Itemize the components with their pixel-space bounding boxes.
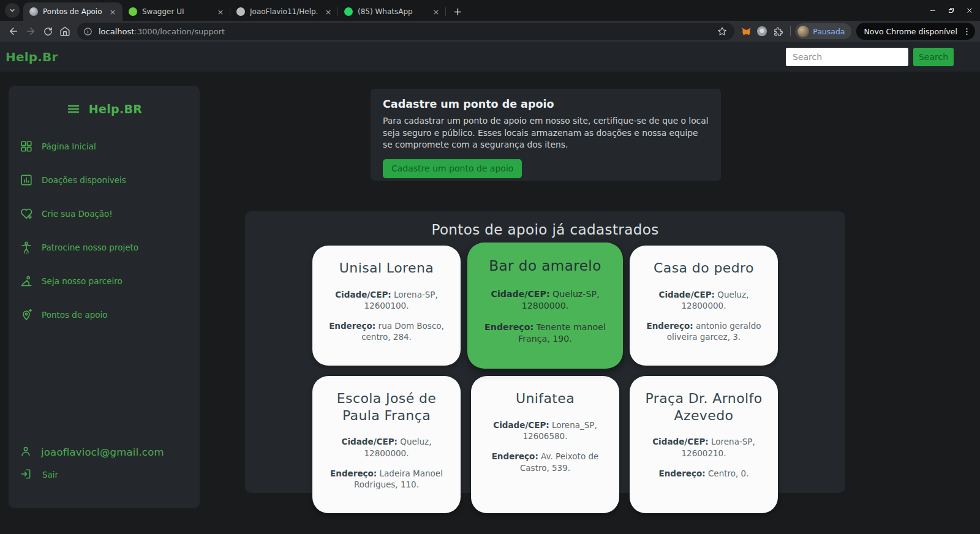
support-point-card-escola-jose[interactable]: Escola José de Paula França Cidade/CEP: … [312,376,461,513]
support-point-name: Casa do pedro [641,260,767,277]
avatar [797,26,809,37]
register-support-point-card: Cadastre um ponto de apoio Para cadastra… [371,89,721,181]
grid-icon [20,140,33,153]
site-info-icon[interactable] [83,27,93,36]
sidebar-account: joaoflaviocl@gmail.com Sair [9,445,200,481]
support-point-city: Cidade/CEP: Queluz, 12800000. [641,289,767,311]
support-point-address: Endereço: Tenente manoel França, 190. [479,321,611,344]
logout-icon [20,468,33,481]
reload-button[interactable] [39,23,56,40]
whatsapp-favicon [344,7,353,16]
tab-swagger-ui[interactable]: Swagger UI × [123,2,230,21]
partner-icon [20,274,33,288]
default-favicon [29,7,38,16]
toolbar-divider [790,26,791,36]
support-point-card-unisal-lorena[interactable]: Unisal Lorena Cidade/CEP: Lorena-SP, 126… [312,246,461,366]
update-label: Novo Chrome disponível [864,27,957,36]
new-tab-button[interactable]: + [450,4,466,20]
chrome-update-button[interactable]: Novo Chrome disponível [856,23,975,40]
github-favicon [236,7,245,16]
menu-kebab-icon[interactable] [962,27,971,36]
extension-icon[interactable] [754,23,770,39]
window-controls [929,0,974,21]
sync-status: Pausada [813,27,845,36]
reload-icon [43,26,53,37]
tab-strip: Pontos de Apoio × Swagger UI × JoaoFlavi… [0,0,980,21]
sidebar-item-pagina-inicial[interactable]: Página Inicial [9,136,200,157]
support-point-city: Cidade/CEP: Lorena-SP, 12600100. [323,289,450,311]
register-support-point-button[interactable]: Cadastre um ponto de apoio [383,159,522,178]
bookmark-star-icon[interactable] [717,26,728,36]
sidebar-item-doacoes-disponiveis[interactable]: Doações disponíveis [9,170,200,190]
support-point-address: Endereço: Ladeira Manoel Rodrigues, 110. [323,468,450,490]
search-input[interactable] [786,48,908,66]
sidebar-item-label: Crie sua Doação! [42,209,113,219]
support-point-card-unifatea[interactable]: Unifatea Cidade/CEP: Lorena_SP, 12606580… [471,376,619,513]
sidebar-item-patrocine[interactable]: Patrocine nosso projeto [9,237,200,258]
sidebar-item-crie-sua-doacao[interactable]: Crie sua Doação! [9,203,200,224]
profile-chip[interactable]: Pausada [795,23,851,39]
site-header: Help.Br Search [0,42,980,72]
browser-toolbar: localhost:3000/location/support Pausada … [0,21,980,42]
tab-title: Pontos de Apoio [43,7,103,16]
user-email: joaoflaviocl@gmail.com [41,446,164,458]
support-point-card-praca-arnolfo[interactable]: Praça Dr. Arnolfo Azevedo Cidade/CEP: Lo… [630,376,778,513]
tab-whatsapp[interactable]: (85) WhatsApp × [338,2,446,21]
url-path: :3000/location/support [134,27,225,36]
page-content: Help.Br Search Help.BR Página Inicial [0,42,980,534]
back-button[interactable] [5,23,22,40]
register-card-title: Cadastre um ponto de apoio [383,98,709,110]
support-point-city: Cidade/CEP: Lorena_SP, 12606580. [482,419,608,442]
hamburger-menu-icon[interactable] [66,102,81,116]
user-email-row: joaoflaviocl@gmail.com [9,445,200,459]
close-window-button[interactable] [965,6,974,15]
support-point-address: Endereço: Av. Peixoto de Castro, 539. [482,451,608,473]
browser-window: Pontos de Apoio × Swagger UI × JoaoFlavi… [0,0,980,534]
forward-button[interactable] [22,23,39,40]
support-point-city: Cidade/CEP: Queluz, 12800000. [323,436,450,458]
support-point-card-casa-do-pedro[interactable]: Casa do pedro Cidade/CEP: Queluz, 128000… [630,246,778,366]
heart-plus-icon [20,207,33,220]
close-tab-icon[interactable]: × [216,7,225,17]
close-tab-icon[interactable]: × [323,7,333,17]
chart-icon [20,173,33,187]
close-tab-icon[interactable]: × [431,7,441,17]
sidebar-item-label: Doações disponíveis [42,175,126,185]
person-arms-out-icon [20,241,33,254]
tab-title: Swagger UI [142,7,211,16]
minimize-button[interactable] [929,6,937,15]
sidebar-header: Help.BR [9,102,200,116]
tab-search-button[interactable] [5,3,20,18]
home-icon [59,26,70,37]
tab-github-repo[interactable]: JoaoFlavio11/Help.BR-proj × [230,2,338,21]
search-button[interactable]: Search [913,48,954,66]
extensions-puzzle-icon[interactable] [770,23,786,39]
home-button[interactable] [56,23,74,40]
support-point-name: Bar do amarelo [479,257,611,275]
swagger-favicon [129,7,137,16]
url-host: localhost [99,27,134,36]
support-point-name: Praça Dr. Arnolfo Azevedo [641,390,767,424]
tab-pontos-de-apoio[interactable]: Pontos de Apoio × [23,2,123,21]
user-icon [20,445,33,459]
support-points-grid: Unisal Lorena Cidade/CEP: Lorena-SP, 126… [245,246,845,513]
support-point-name: Escola José de Paula França [323,390,450,424]
site-logo[interactable]: Help.Br [6,50,58,64]
support-point-card-bar-do-amarelo[interactable]: Bar do amarelo Cidade/CEP: Queluz-SP, 12… [467,243,623,369]
address-bar[interactable]: localhost:3000/location/support [77,23,734,40]
support-point-name: Unisal Lorena [323,260,450,277]
sidebar: Help.BR Página Inicial Doações disponíve… [9,86,200,508]
sidebar-item-pontos-de-apoio[interactable]: Pontos de apoio [9,304,200,325]
support-point-address: Endereço: rua Dom Bosco, centro, 284. [323,320,450,342]
logout-button[interactable]: Sair [9,468,200,481]
restore-button[interactable] [947,6,956,15]
metamask-extension-icon[interactable] [738,23,754,39]
sidebar-item-label: Patrocine nosso projeto [42,243,138,252]
sidebar-item-parceiro[interactable]: Seja nosso parceiro [9,271,200,291]
sidebar-title: Help.BR [89,102,142,116]
sidebar-item-label: Seja nosso parceiro [42,276,123,286]
logout-label: Sair [42,470,58,479]
section-title: Pontos de apoio já cadastrados [245,222,845,238]
map-pin-plus-icon [20,308,33,322]
close-tab-icon[interactable]: × [108,7,118,17]
